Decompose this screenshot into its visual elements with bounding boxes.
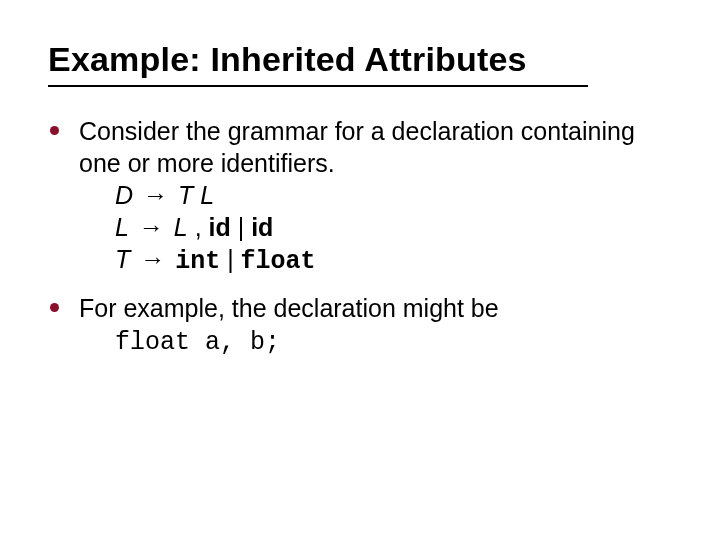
slide-title: Example: Inherited Attributes bbox=[48, 40, 588, 79]
grammar-rule: T → int | float bbox=[79, 243, 672, 278]
bullet-line: Consider the grammar for a declaration c… bbox=[79, 117, 635, 177]
terminal: int bbox=[175, 247, 220, 276]
code-text: float a, b; bbox=[115, 328, 280, 357]
bullet-item: Consider the grammar for a declaration c… bbox=[48, 115, 672, 278]
bullet-text: For example, the declaration might be fl… bbox=[79, 292, 672, 359]
arrow-icon: → bbox=[136, 211, 167, 243]
arrow-icon: → bbox=[140, 179, 171, 211]
bullet-icon bbox=[50, 303, 59, 312]
arrow-icon: → bbox=[137, 243, 168, 275]
grammar-rule: D → T L bbox=[79, 179, 672, 211]
slide-body: Consider the grammar for a declaration c… bbox=[48, 115, 672, 359]
nonterminal: L bbox=[174, 213, 188, 241]
slide: Example: Inherited Attributes Consider t… bbox=[0, 0, 720, 540]
bullet-line: For example, the declaration might be bbox=[79, 294, 499, 322]
grammar-rule: L → L , id | id bbox=[79, 211, 672, 243]
bullet-icon bbox=[50, 126, 59, 135]
bar-separator: | bbox=[231, 213, 251, 241]
nonterminal: T L bbox=[178, 181, 214, 209]
bullet-text: Consider the grammar for a declaration c… bbox=[79, 115, 672, 278]
terminal: id bbox=[209, 213, 231, 241]
terminal: id bbox=[251, 213, 273, 241]
literal-text: , bbox=[188, 213, 209, 241]
bullet-item: For example, the declaration might be fl… bbox=[48, 292, 672, 359]
bar-separator: | bbox=[220, 245, 240, 273]
nonterminal: D bbox=[115, 181, 133, 209]
title-underline: Example: Inherited Attributes bbox=[48, 40, 588, 87]
code-example: float a, b; bbox=[79, 324, 672, 359]
terminal: float bbox=[241, 247, 316, 276]
nonterminal: T bbox=[115, 245, 130, 273]
nonterminal: L bbox=[115, 213, 129, 241]
